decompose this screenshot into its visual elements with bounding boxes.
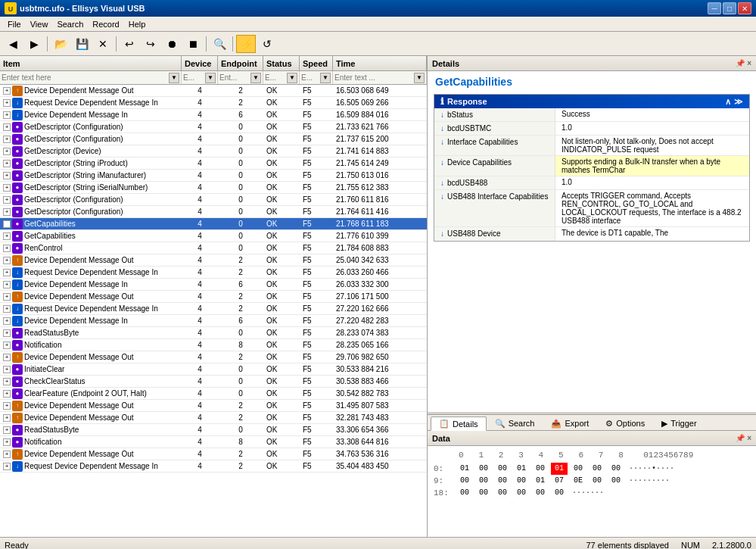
table-row[interactable]: + ● GetDescriptor (String iSerialNumber)… <box>0 182 427 194</box>
table-row[interactable]: + ↓ Request Device Dependent Message In … <box>0 97 427 109</box>
expand-button[interactable]: + <box>3 402 11 410</box>
expand-button[interactable]: + <box>3 342 11 349</box>
tab-search[interactable]: 🔍 Search <box>487 416 543 430</box>
expand-button[interactable]: + <box>3 160 11 167</box>
table-row[interactable]: + ● InitiateClear 4 0 OK F5 30.533 884 2… <box>0 363 427 376</box>
toolbar-record[interactable]: ⏺ <box>162 35 182 53</box>
filter-speed-button[interactable]: ▼ <box>320 73 331 83</box>
table-row[interactable]: + ● ReadStatusByte 4 0 OK F5 28.233 074 … <box>0 327 427 339</box>
toolbar-open[interactable]: 📂 <box>51 35 70 53</box>
filter-time-button[interactable]: ▼ <box>414 73 425 83</box>
table-row[interactable]: + ● ReadStatusByte 4 0 OK F5 33.306 654 … <box>0 424 427 436</box>
table-row[interactable]: + ↓ Device Dependent Message In 4 6 OK F… <box>0 279 427 291</box>
section-collapse-button[interactable]: ∧ <box>725 97 731 107</box>
filter-time-input[interactable] <box>334 73 414 82</box>
expand-button[interactable]: + <box>3 99 11 107</box>
expand-button[interactable]: + <box>3 245 11 252</box>
expand-button[interactable]: + <box>3 451 11 458</box>
minimize-button[interactable]: ─ <box>708 2 721 14</box>
table-row[interactable]: + ● GetCapabilities 4 0 OK F5 21.776 610… <box>0 230 427 242</box>
table-row[interactable]: + ↑ Device Dependent Message Out 4 2 OK … <box>0 85 427 97</box>
table-row[interactable]: + ● GetDescriptor (Device) 4 0 OK F5 21.… <box>0 145 427 158</box>
table-row[interactable]: + ↑ Device Dependent Message Out 4 2 OK … <box>0 412 427 424</box>
tab-export[interactable]: 📤 Export <box>543 416 597 430</box>
filter-device-input[interactable] <box>183 73 205 82</box>
expand-button[interactable]: + <box>3 354 11 361</box>
expand-button[interactable]: + <box>3 317 11 325</box>
filter-endpoint-button[interactable]: ▼ <box>250 73 261 83</box>
expand-button[interactable]: + <box>3 366 11 373</box>
expand-button[interactable]: + <box>3 378 11 385</box>
toolbar-filter[interactable]: ⚡ <box>236 35 256 53</box>
expand-button[interactable]: + <box>3 293 11 301</box>
table-row[interactable]: + ↓ Device Dependent Message In 4 6 OK F… <box>0 109 427 121</box>
expand-button[interactable]: + <box>3 257 11 264</box>
menu-file[interactable]: File <box>3 19 26 30</box>
menu-record[interactable]: Record <box>88 19 123 30</box>
table-row[interactable]: + ↓ Request Device Dependent Message In … <box>0 460 427 473</box>
expand-button[interactable]: + <box>3 172 11 179</box>
table-row[interactable]: + ↓ Request Device Dependent Message In … <box>0 267 427 279</box>
tab-details[interactable]: 📋 Details <box>431 416 487 431</box>
table-row[interactable]: + ↑ Device Dependent Message Out 4 2 OK … <box>0 291 427 303</box>
expand-button[interactable]: + <box>3 281 11 289</box>
menu-help[interactable]: Help <box>124 19 151 30</box>
toolbar-forward[interactable]: ▶ <box>24 35 44 53</box>
tab-options[interactable]: ⚙ Options <box>597 416 653 430</box>
table-row[interactable]: + ● ClearFeature (Endpoint 2 OUT, Halt) … <box>0 388 427 400</box>
toolbar-redo[interactable]: ↪ <box>141 35 160 53</box>
expand-button[interactable]: + <box>3 269 11 276</box>
table-row[interactable]: + ● GetCapabilities 4 0 OK F5 21.768 611… <box>0 218 427 230</box>
table-row[interactable]: + ↓ Device Dependent Message In 4 6 OK F… <box>0 315 427 327</box>
filter-status-input[interactable] <box>265 73 287 82</box>
close-button[interactable]: ✕ <box>738 2 751 14</box>
expand-button[interactable]: + <box>3 220 11 228</box>
table-row[interactable]: + ● GetDescriptor (Configuration) 4 0 OK… <box>0 133 427 145</box>
expand-button[interactable]: + <box>3 463 11 470</box>
table-row[interactable]: + ● Notification 4 8 OK F5 33.308 644 81… <box>0 436 427 448</box>
table-row[interactable]: + ↑ Device Dependent Message Out 4 2 OK … <box>0 254 427 267</box>
table-row[interactable]: + ● GetDescriptor (Configuration) 4 0 OK… <box>0 194 427 206</box>
table-row[interactable]: + ● GetDescriptor (Configuration) 4 0 OK… <box>0 121 427 133</box>
packet-list[interactable]: + ↑ Device Dependent Message Out 4 2 OK … <box>0 85 427 537</box>
table-row[interactable]: + ↓ Request Device Dependent Message In … <box>0 303 427 315</box>
filter-item-input[interactable] <box>2 73 169 82</box>
toolbar-close[interactable]: ✕ <box>93 35 113 53</box>
expand-button[interactable]: + <box>3 148 11 155</box>
table-row[interactable]: + ● CheckClearStatus 4 0 OK F5 30.538 88… <box>0 376 427 388</box>
filter-item-button[interactable]: ▼ <box>169 73 179 83</box>
table-row[interactable]: + ● GetDescriptor (String iProduct) 4 0 … <box>0 158 427 170</box>
toolbar-back[interactable]: ◀ <box>3 35 23 53</box>
filter-status-button[interactable]: ▼ <box>287 73 297 83</box>
filter-device-button[interactable]: ▼ <box>205 73 216 83</box>
table-row[interactable]: + ↑ Device Dependent Message Out 4 2 OK … <box>0 351 427 363</box>
expand-button[interactable]: + <box>3 390 11 398</box>
toolbar-undo[interactable]: ↩ <box>120 35 139 53</box>
expand-button[interactable]: + <box>3 208 11 216</box>
expand-button[interactable]: + <box>3 87 11 95</box>
expand-button[interactable]: + <box>3 136 11 143</box>
table-row[interactable]: + ● Notification 4 8 OK F5 28.235 065 16… <box>0 339 427 351</box>
expand-button[interactable]: + <box>3 305 11 313</box>
menu-search[interactable]: Search <box>52 19 88 30</box>
menu-view[interactable]: View <box>26 19 53 30</box>
expand-button[interactable]: + <box>3 329 11 337</box>
pin-button[interactable]: 📌 × <box>736 59 751 67</box>
expand-button[interactable]: + <box>3 232 11 240</box>
expand-button[interactable]: + <box>3 438 11 446</box>
maximize-button[interactable]: □ <box>723 2 736 14</box>
expand-button[interactable]: + <box>3 123 11 131</box>
toolbar-search[interactable]: 🔍 <box>210 35 229 53</box>
table-row[interactable]: + ● RenControl 4 0 OK F5 21.784 608 883 <box>0 242 427 254</box>
filter-endpoint-input[interactable] <box>219 73 250 82</box>
data-pin-button[interactable]: 📌 × <box>736 434 751 442</box>
section-expand-button[interactable]: ≫ <box>734 97 743 107</box>
table-row[interactable]: + ↑ Device Dependent Message Out 4 2 OK … <box>0 448 427 460</box>
expand-button[interactable]: + <box>3 414 11 422</box>
expand-button[interactable]: + <box>3 196 11 204</box>
expand-button[interactable]: + <box>3 111 11 119</box>
expand-button[interactable]: + <box>3 426 11 434</box>
table-row[interactable]: + ● GetDescriptor (Configuration) 4 0 OK… <box>0 206 427 218</box>
table-row[interactable]: + ● GetDescriptor (String iManufacturer)… <box>0 170 427 182</box>
table-row[interactable]: + ↑ Device Dependent Message Out 4 2 OK … <box>0 400 427 412</box>
